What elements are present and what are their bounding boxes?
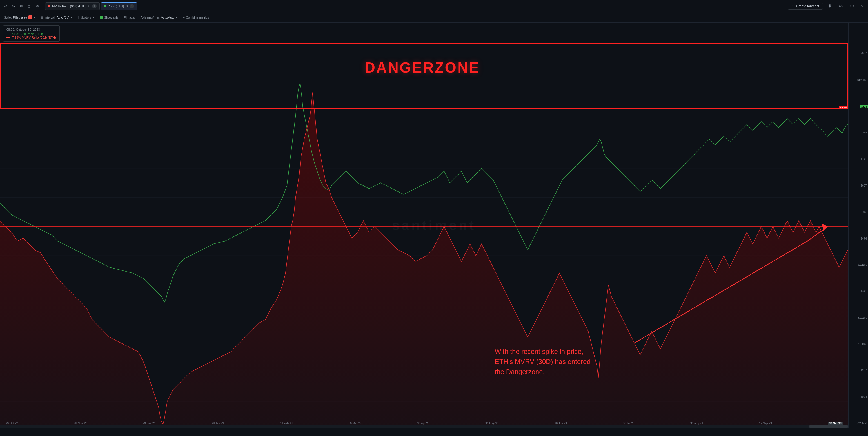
chart-container: santiment 08:00, October 30, 2023 $1,813… xyxy=(0,23,868,428)
y-axis-label-1074: 1074 xyxy=(850,396,867,399)
redo-button[interactable]: ↪ xyxy=(10,3,17,9)
axis-max-selector[interactable]: Axis max/min: Auto/Auto ▾ xyxy=(140,15,179,20)
interval-value: Auto (1d) xyxy=(57,16,69,19)
x-label-8: 30 Jun 23 xyxy=(555,422,567,425)
y-axis: 2141 2007 13.200% 1874 9% 1741 1607 5.98… xyxy=(848,23,868,428)
tab-price-counter: 1 xyxy=(129,4,134,8)
style-selector[interactable]: Style: Filled area ▾ xyxy=(3,15,36,20)
tab-mvrv[interactable]: MVRV Ratio (30d) (ETH) ✕ 1 xyxy=(45,2,99,10)
tab-price-label: Price (ETH) xyxy=(108,4,124,8)
eye-button[interactable]: 👁 xyxy=(34,3,41,9)
x-label-6: 30 Apr 23 xyxy=(417,422,430,425)
undo-button[interactable]: ↩ xyxy=(2,3,9,9)
legend-price-value: $1,813.80 Price (ETH) xyxy=(12,32,43,36)
forecast-star-icon: ✦ xyxy=(792,4,795,8)
style-value: Filled area xyxy=(13,16,27,19)
settings-button[interactable]: ⚙ xyxy=(848,2,856,10)
close-button[interactable]: ✕ xyxy=(859,3,866,9)
create-forecast-button[interactable]: ✦ Create forecast xyxy=(788,3,823,9)
y-axis-label-5932pct: 59.32% xyxy=(850,316,867,319)
x-label-3: 28 Jan 23 xyxy=(212,422,224,425)
copy-button[interactable]: ⧉ xyxy=(18,3,24,9)
x-label-9: 30 Jul 23 xyxy=(623,422,634,425)
show-axis-checkbox-icon: ✓ xyxy=(100,16,103,19)
toolbar: Style: Filled area ▾ ▦ Interval: Auto (1… xyxy=(0,12,868,23)
style-chevron-icon: ▾ xyxy=(33,15,35,19)
color-box xyxy=(28,15,32,20)
axis-max-label: Axis max/min: xyxy=(141,16,160,19)
tab-price[interactable]: Price (ETH) ✕ 1 xyxy=(101,2,137,10)
x-label-5: 30 Mar 23 xyxy=(349,422,361,425)
x-label-4: 28 Feb 23 xyxy=(280,422,292,425)
legend-date: 08:00, October 30, 2023 xyxy=(6,28,56,31)
x-label-0: 29 Oct 22 xyxy=(6,422,18,425)
show-axis-label: Show axis xyxy=(104,16,118,19)
x-label-10: 30 Aug 23 xyxy=(690,422,703,425)
scrollbar-area[interactable] xyxy=(0,425,848,428)
top-bar-left: ↩ ↪ ⧉ ☺ 👁 MVRV Ratio (30d) (ETH) ✕ 1 Pri… xyxy=(2,2,137,10)
y-axis-label-2141: 2141 xyxy=(850,25,867,28)
indicators-chevron-icon: ▾ xyxy=(92,15,94,19)
y-axis-label-13pct: 13.200% xyxy=(850,78,867,81)
legend-price-row: $1,813.80 Price (ETH) xyxy=(6,32,56,36)
x-label-12: 30 Oct 23 xyxy=(828,422,842,425)
chart-svg xyxy=(0,23,868,428)
interval-label: Interval: xyxy=(44,16,56,19)
tab-mvrv-counter: 1 xyxy=(92,4,97,8)
combine-metrics-label: Combine metrics xyxy=(186,16,209,19)
indicators-label: Indicators xyxy=(78,16,91,19)
create-forecast-label: Create forecast xyxy=(796,4,819,8)
style-label: Style: xyxy=(4,16,12,19)
code-button[interactable]: </> xyxy=(837,3,845,9)
y-axis-label-1341: 1341 xyxy=(850,290,867,293)
y-axis-label-2007: 2007 xyxy=(850,52,867,55)
tab-mvrv-label: MVRV Ratio (30d) (ETH) xyxy=(52,4,86,8)
x-label-1: 28 Nov 22 xyxy=(74,422,87,425)
x-label-11: 29 Sep 23 xyxy=(759,422,772,425)
pin-axis-label: Pin axis xyxy=(124,16,135,19)
top-bar: ↩ ↪ ⧉ ☺ 👁 MVRV Ratio (30d) (ETH) ✕ 1 Pri… xyxy=(0,0,868,12)
y-axis-label-1518pct: 15.18% xyxy=(850,342,867,345)
y-axis-label-1012pct: 10.12% xyxy=(850,264,867,266)
y-axis-label-1207: 1207 xyxy=(850,369,867,372)
emoji-button[interactable]: ☺ xyxy=(25,3,33,9)
scrollbar-thumb[interactable] xyxy=(809,425,848,428)
mvrv-value-badge: 5.87% xyxy=(839,106,848,109)
download-button[interactable]: ⬇ xyxy=(826,2,833,10)
interval-chevron-icon: ▾ xyxy=(70,15,72,19)
x-label-7: 30 May 23 xyxy=(485,422,498,425)
show-axis-toggle[interactable]: ✓ Show axis xyxy=(99,15,119,20)
legend-mvrv-value: 7.98% MVRV Ratio (30d) (ETH) xyxy=(12,36,56,39)
x-label-2: 29 Dec 22 xyxy=(143,422,156,425)
y-axis-label-1607: 1607 xyxy=(850,184,867,187)
tab-mvrv-dot xyxy=(48,5,51,7)
y-axis-label-9pct: 9% xyxy=(850,131,867,134)
axis-max-value: Auto/Auto xyxy=(161,16,174,19)
y-axis-label-1474: 1474 xyxy=(850,237,867,240)
axis-max-chevron-icon: ▾ xyxy=(176,15,177,19)
y-axis-label-1741: 1741 xyxy=(850,158,867,161)
top-bar-right: ✦ Create forecast ⬇ </> ⚙ ✕ xyxy=(788,2,866,10)
tab-mvrv-close[interactable]: ✕ xyxy=(88,4,90,8)
combine-metrics-button[interactable]: + Combine metrics xyxy=(182,15,210,20)
y-axis-label-598pct: 5.98% xyxy=(850,210,867,213)
tab-price-close[interactable]: ✕ xyxy=(126,4,128,8)
interval-selector[interactable]: ▦ Interval: Auto (1d) ▾ xyxy=(40,15,73,20)
price-line-indicator xyxy=(6,34,10,34)
pin-axis-toggle[interactable]: Pin axis xyxy=(123,15,136,20)
tab-price-dot xyxy=(104,5,106,7)
plus-icon: + xyxy=(183,16,184,19)
indicators-selector[interactable]: Indicators ▾ xyxy=(76,15,95,20)
mvrv-line-indicator xyxy=(6,37,10,38)
interval-icon: ▦ xyxy=(41,16,43,19)
chart-legend: 08:00, October 30, 2023 $1,813.80 Price … xyxy=(3,25,60,42)
y-axis-label-2024pct: -20.24% xyxy=(850,422,867,425)
price-value-badge: 1813 xyxy=(860,105,868,108)
legend-mvrv-row: 7.98% MVRV Ratio (30d) (ETH) xyxy=(6,36,56,39)
